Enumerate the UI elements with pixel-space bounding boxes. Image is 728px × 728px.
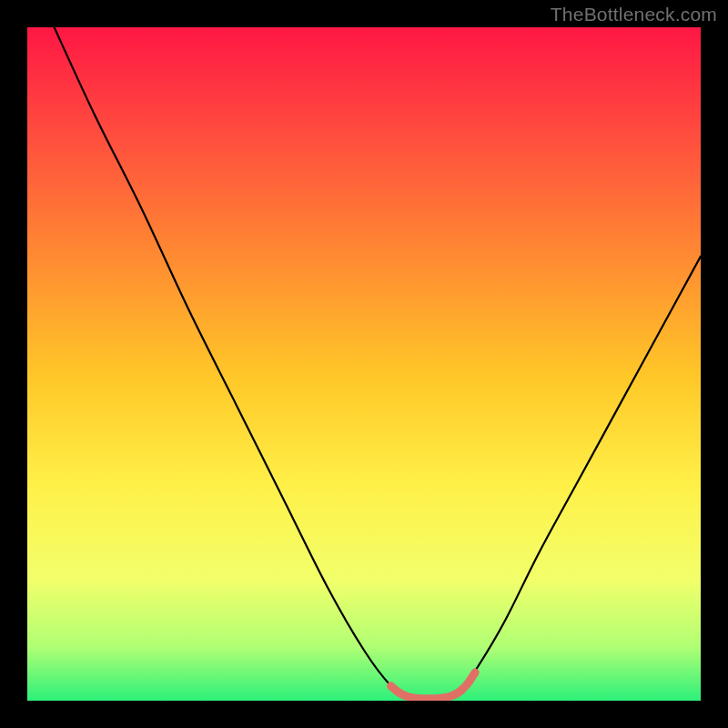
chart-area bbox=[27, 27, 701, 701]
bottleneck-chart-svg bbox=[27, 27, 701, 701]
watermark-text: TheBottleneck.com bbox=[551, 4, 717, 25]
gradient-background bbox=[27, 27, 701, 701]
